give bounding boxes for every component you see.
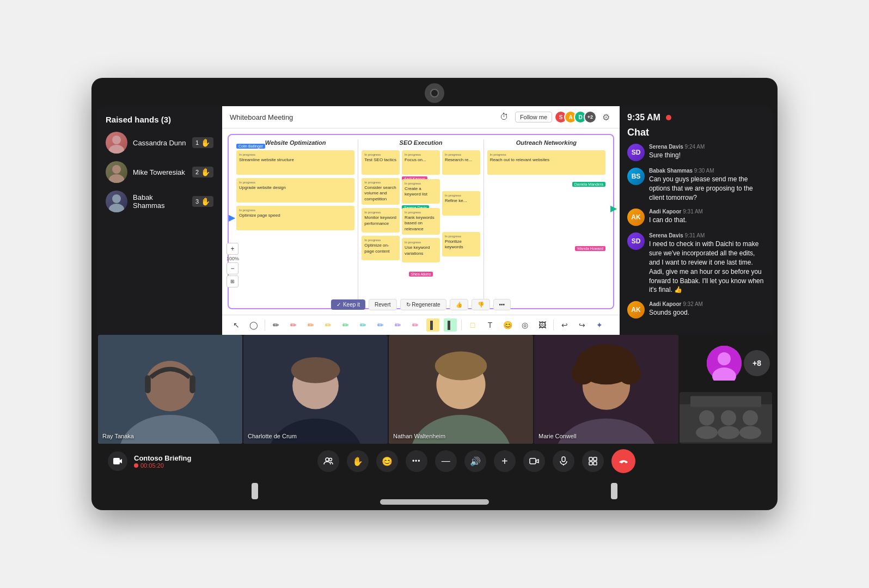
cursor-shea: Shea Atkins [409, 272, 433, 277]
sticky-note-seo-prioritize: In progress Prioritize keywords [442, 232, 480, 256]
avatar-babak [106, 191, 127, 212]
wb-avatars: S A D +2 [558, 111, 597, 124]
chat-message-1: SD Serena Davis 9:24 AM Sure thing! [627, 144, 764, 161]
call-controls-bar: Contoso Briefing 00:05:20 ✋ [97, 444, 772, 479]
highlighter-green[interactable]: ▌ [444, 318, 457, 332]
svg-rect-36 [690, 396, 761, 407]
top-section: Raised hands (3) Cassandra Dunn 1 ✋ [97, 106, 772, 335]
svg-point-4 [112, 194, 121, 203]
chat-header-row: 9:35 AM [620, 106, 772, 127]
wb-col-title-seo: SEO Execution [362, 139, 480, 146]
chat-text-1: Sure thing! [649, 151, 705, 160]
svg-rect-41 [562, 457, 565, 462]
extra-room-view [680, 392, 772, 444]
chat-message-2: BS Babak Shammas 9:30 AM Can you guys pl… [627, 168, 764, 202]
extra-main-avatar [707, 346, 742, 381]
chat-panel: 9:35 AM Chat SD Serena Davis 9:24 AM [620, 106, 772, 335]
text-tool[interactable]: T [484, 318, 497, 332]
lasso-tool[interactable]: ◯ [247, 318, 260, 332]
chat-text-4: I need to check in with Daichi to make s… [649, 240, 764, 295]
hand-badge-babak: 3 ✋ [192, 196, 213, 207]
more-options-button[interactable]: ••• [493, 299, 511, 310]
avatar-babak-chat: BS [627, 168, 645, 185]
svg-rect-46 [593, 462, 597, 465]
wb-ai-bar: ✓ Keep it Revert ↻ Regenerate 👍 👎 ••• [331, 299, 511, 310]
pen-teal[interactable]: ✏ [357, 318, 370, 332]
revert-button[interactable]: Revert [369, 299, 396, 310]
pen-green[interactable]: ✏ [339, 318, 352, 332]
hand-item-3: Babak Shammas 3 ✋ [106, 191, 213, 212]
camera-button[interactable] [523, 450, 545, 472]
dislike-button[interactable]: 👎 [472, 299, 490, 310]
pen-red[interactable]: ✏ [287, 318, 300, 332]
controls-center: ✋ 😊 ••• — 🔊 + [191, 449, 761, 473]
microphone-button[interactable] [553, 450, 574, 472]
pen-dark[interactable]: ✏ [270, 318, 283, 332]
svg-point-30 [699, 411, 714, 426]
svg-rect-9 [145, 375, 151, 393]
add-button[interactable]: + [494, 450, 516, 472]
extra-count-badge[interactable]: +8 [744, 350, 770, 376]
highlighter-yellow[interactable]: ▌ [426, 318, 439, 332]
chat-text-2: Can you guys please send me the options … [649, 175, 764, 202]
avatar-mike [106, 161, 127, 183]
sticky-note-seo-keyword: In progress Create a keyword list Serena… [402, 179, 440, 204]
raise-hand-button[interactable]: ✋ [347, 450, 369, 472]
regenerate-button[interactable]: ↻ Regenerate [400, 299, 446, 310]
whiteboard-content[interactable]: ▶ Website Optimization Colin Ballinger I… [222, 128, 620, 315]
svg-point-14 [291, 357, 340, 383]
minimize-button[interactable]: — [435, 450, 457, 472]
pen-yellow[interactable]: ✏ [322, 318, 335, 332]
video-tile-marie: Marie Conwell [534, 335, 678, 444]
sticky-note-tool[interactable]: □ [466, 318, 479, 332]
cursor-wanda: Wanda Howard [575, 246, 605, 251]
like-button[interactable]: 👍 [450, 299, 468, 310]
wb-column-outreach: Outreach Networking In progress Reach ou… [484, 139, 609, 304]
follow-me-button[interactable]: Follow me [515, 112, 552, 122]
meeting-title: Contoso Briefing [134, 454, 191, 462]
volume-button[interactable]: 🔊 [464, 450, 486, 472]
svg-point-3 [109, 174, 124, 183]
whiteboard-header: Whiteboard Meeting ⏱ Follow me S A D +2 … [222, 106, 620, 128]
emoji-tool[interactable]: 😊 [501, 318, 514, 332]
sticky-note-seo-1: In progress Test SEO tactics [362, 150, 400, 175]
raised-hands-panel: Raised hands (3) Cassandra Dunn 1 ✋ [97, 106, 222, 335]
avatar-cassandra [106, 132, 127, 154]
image-tool[interactable]: 🖼 [536, 318, 549, 332]
ai-button[interactable]: ✦ [593, 318, 606, 332]
chat-text-5: Sounds good. [649, 308, 703, 317]
video-tile-ray: Ray Tanaka [98, 335, 242, 444]
zoom-in-button[interactable]: + [227, 243, 238, 255]
layout-button[interactable] [582, 450, 604, 472]
svg-point-33 [718, 426, 739, 439]
svg-point-5 [109, 204, 124, 212]
keep-button[interactable]: ✓ Keep it [331, 299, 365, 310]
settings-icon[interactable]: ⚙ [602, 112, 612, 122]
redo-button[interactable]: ↪ [576, 318, 589, 332]
end-call-button[interactable] [611, 449, 635, 473]
undo-button[interactable]: ↩ [558, 318, 571, 332]
svg-point-23 [572, 362, 595, 384]
emoji-react-button[interactable]: 😊 [376, 450, 398, 472]
whiteboard-title: Whiteboard Meeting [230, 113, 293, 121]
pen-blue[interactable]: ✏ [374, 318, 387, 332]
wb-avatar-more: +2 [584, 111, 597, 124]
participants-button[interactable] [317, 450, 339, 472]
pen-purple[interactable]: ✏ [391, 318, 405, 332]
timer-icon[interactable]: ⏱ [500, 112, 510, 122]
cursor-arrow-right: ▶ [610, 203, 617, 213]
avatar-serena-1: SD [627, 144, 645, 161]
svg-point-26 [718, 352, 731, 365]
more-options-button[interactable]: ••• [406, 450, 427, 472]
extra-top: +8 [680, 335, 772, 391]
svg-point-0 [112, 136, 121, 144]
pen-pink[interactable]: ✏ [409, 318, 422, 332]
shape-tool[interactable]: ◎ [518, 318, 531, 332]
zoom-out-button[interactable]: − [227, 262, 238, 274]
select-tool[interactable]: ↖ [230, 318, 243, 332]
zoom-fit-button[interactable]: ⊞ [227, 275, 238, 287]
svg-point-24 [618, 362, 641, 384]
sticky-note-seo-optimize: In progress Optimize on-page content [362, 236, 400, 260]
pen-orange[interactable]: ✏ [304, 318, 317, 332]
call-info: Contoso Briefing 00:05:20 [108, 451, 191, 471]
